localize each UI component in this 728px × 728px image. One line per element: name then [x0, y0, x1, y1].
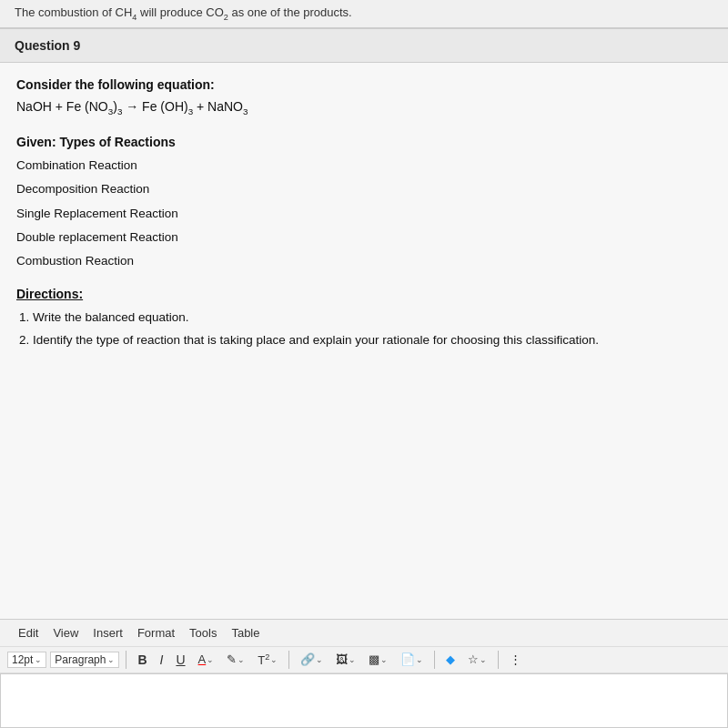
link-button[interactable]: 🔗 ⌄: [296, 651, 328, 668]
menu-view[interactable]: View: [46, 624, 86, 642]
menu-edit[interactable]: Edit: [11, 624, 46, 642]
question-body: Consider the following equation: NaOH + …: [0, 63, 728, 619]
reaction-list: Combination Reaction Decomposition React…: [16, 157, 712, 270]
media-button[interactable]: ▩ ⌄: [364, 651, 392, 668]
more-button[interactable]: ⋮: [505, 651, 526, 668]
bold-button[interactable]: B: [133, 651, 151, 669]
superscript-icon: T2: [258, 652, 269, 667]
given-label: Given: Types of Reactions: [16, 135, 712, 149]
question-section: Question 9 Consider the following equati…: [0, 28, 728, 619]
equation-line: NaOH + Fe (NO3)3 → Fe (OH)3 + NaNO3: [16, 97, 712, 118]
reaction-single: Single Replacement Reaction: [16, 205, 712, 223]
font-color-icon: A: [198, 652, 207, 666]
top-text: The combustion of CH4 will produce CO2 a…: [15, 5, 352, 19]
font-color-chevron: ⌄: [207, 655, 214, 664]
font-size-value: 12pt: [12, 653, 33, 666]
media-icon: ▩: [369, 652, 379, 666]
doc-button[interactable]: 📄 ⌄: [396, 651, 428, 668]
highlight-chevron: ⌄: [238, 655, 245, 664]
image-icon: 🖼: [336, 652, 348, 666]
doc-chevron: ⌄: [416, 655, 423, 664]
color-picker-button[interactable]: ◆: [441, 651, 460, 668]
font-color-button[interactable]: A ⌄: [194, 651, 219, 668]
divider-4: [498, 651, 499, 669]
directions-list: Write the balanced equation. Identify th…: [16, 308, 712, 349]
editor-content-area[interactable]: [0, 673, 728, 728]
direction-1: Write the balanced equation.: [33, 308, 712, 327]
favorites-button[interactable]: ☆ ⌄: [463, 651, 491, 668]
font-size-chevron: ⌄: [35, 655, 42, 664]
menu-bar: Edit View Insert Format Tools Table: [0, 620, 728, 647]
italic-button[interactable]: I: [156, 651, 168, 669]
highlight-icon: ✎: [227, 652, 237, 666]
menu-format[interactable]: Format: [130, 624, 182, 642]
media-chevron: ⌄: [380, 655, 388, 664]
directions-label: Directions:: [16, 287, 712, 301]
doc-icon: 📄: [400, 652, 415, 666]
superscript-chevron: ⌄: [270, 655, 278, 664]
toolbar-bar: 12pt ⌄ Paragraph ⌄ B I U A ⌄ ✎: [0, 647, 728, 673]
menu-tools[interactable]: Tools: [182, 624, 224, 642]
reaction-decomposition: Decomposition Reaction: [16, 180, 712, 198]
question-header: Question 9: [0, 28, 728, 63]
consider-label: Consider the following equation:: [16, 77, 712, 92]
superscript-button[interactable]: T2 ⌄: [253, 651, 282, 669]
star-icon: ☆: [468, 652, 479, 666]
paragraph-chevron: ⌄: [107, 655, 115, 664]
direction-2: Identify the type of reaction that is ta…: [33, 331, 712, 349]
image-chevron: ⌄: [349, 655, 356, 664]
link-icon: 🔗: [300, 652, 315, 666]
highlight-button[interactable]: ✎ ⌄: [222, 651, 249, 668]
question-header-text: Question 9: [15, 38, 80, 53]
color-picker-icon: ◆: [446, 652, 455, 666]
divider-1: [126, 651, 126, 669]
paragraph-select[interactable]: Paragraph ⌄: [50, 652, 119, 668]
divider-3: [434, 651, 435, 669]
reaction-combustion: Combustion Reaction: [16, 252, 712, 270]
underline-button[interactable]: U: [171, 651, 189, 669]
page-wrapper: The combustion of CH4 will produce CO2 a…: [0, 0, 728, 728]
more-icon: ⋮: [510, 652, 521, 666]
reaction-combination: Combination Reaction: [16, 157, 712, 175]
menu-table[interactable]: Table: [224, 624, 267, 642]
reaction-double: Double replacement Reaction: [16, 228, 712, 247]
font-size-select[interactable]: 12pt ⌄: [7, 652, 46, 668]
top-strip: The combustion of CH4 will produce CO2 a…: [0, 0, 728, 28]
divider-2: [288, 651, 289, 669]
editor-toolbar-area: Edit View Insert Format Tools Table 12pt…: [0, 619, 728, 728]
link-chevron: ⌄: [316, 655, 323, 664]
menu-insert[interactable]: Insert: [86, 624, 130, 642]
star-chevron: ⌄: [480, 655, 487, 664]
image-button[interactable]: 🖼 ⌄: [331, 651, 360, 668]
paragraph-value: Paragraph: [55, 653, 106, 666]
